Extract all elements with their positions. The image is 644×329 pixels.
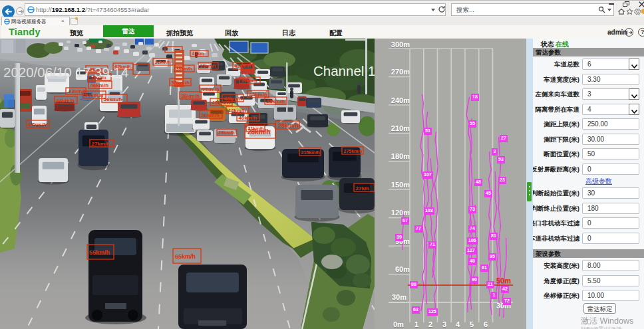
svg-text:48km/h: 48km/h bbox=[224, 96, 243, 102]
svg-text:38km/h: 38km/h bbox=[176, 66, 192, 71]
svg-text:56km/h: 56km/h bbox=[104, 96, 122, 102]
svg-text:44km/h: 44km/h bbox=[202, 86, 220, 92]
svg-text:44km/h: 44km/h bbox=[57, 98, 75, 104]
svg-text:44km/h: 44km/h bbox=[249, 92, 268, 98]
svg-text:42km/h: 42km/h bbox=[235, 64, 251, 68]
svg-text:28km/h: 28km/h bbox=[219, 130, 235, 135]
svg-text:36km/h: 36km/h bbox=[202, 112, 220, 118]
svg-text:32km/h: 32km/h bbox=[155, 60, 171, 64]
svg-text:47km/h: 47km/h bbox=[29, 122, 47, 128]
svg-text:35km/h: 35km/h bbox=[200, 64, 216, 68]
svg-text:36km/h: 36km/h bbox=[182, 93, 200, 99]
svg-text:55km/h: 55km/h bbox=[89, 249, 110, 256]
svg-text:27km/h: 27km/h bbox=[92, 141, 110, 147]
svg-text:28km/h: 28km/h bbox=[278, 122, 299, 129]
svg-text:30km/h: 30km/h bbox=[172, 80, 190, 86]
svg-text:Channel 1: Channel 1 bbox=[313, 63, 375, 78]
svg-text:27km: 27km bbox=[356, 185, 369, 191]
svg-text:41km: 41km bbox=[192, 51, 204, 56]
svg-text:46km/h: 46km/h bbox=[90, 82, 109, 88]
svg-text:43km/h: 43km/h bbox=[85, 92, 104, 98]
svg-text:275km/h: 275km/h bbox=[344, 149, 363, 154]
svg-text:44km/h: 44km/h bbox=[228, 108, 247, 114]
svg-text:65km/h: 65km/h bbox=[175, 253, 196, 260]
svg-text:2020/06/10 17:39:14: 2020/06/10 17:39:14 bbox=[3, 64, 128, 80]
svg-text:39km/h: 39km/h bbox=[242, 78, 257, 83]
svg-text:40km/h: 40km/h bbox=[239, 115, 257, 121]
svg-text:215km/h: 215km/h bbox=[301, 150, 320, 155]
svg-text:28km/h: 28km/h bbox=[267, 98, 285, 104]
svg-text:28km/h: 28km/h bbox=[247, 128, 270, 136]
